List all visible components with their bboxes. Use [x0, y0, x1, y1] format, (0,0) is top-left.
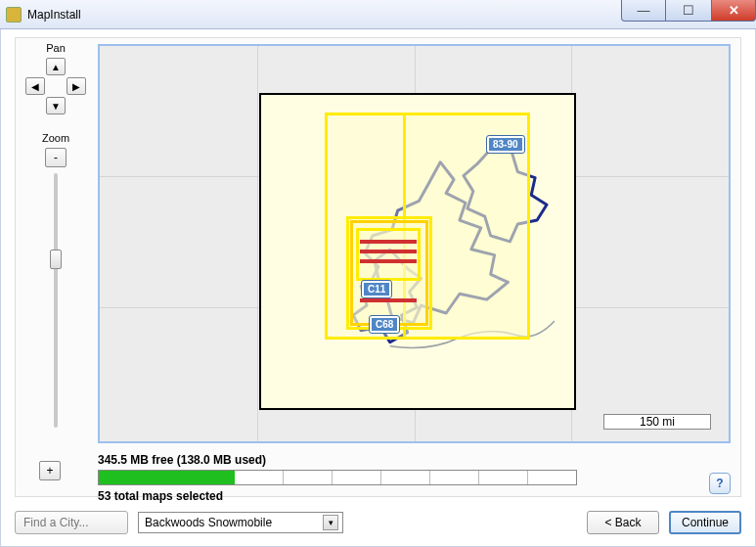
pan-right-button[interactable]: ▶	[67, 77, 86, 95]
scale-bar: 150 mi	[603, 414, 711, 430]
zoom-out-label: -	[54, 151, 58, 164]
minimize-button[interactable]: —	[621, 0, 666, 22]
pan-left-button[interactable]: ◀	[25, 77, 45, 95]
pan-pad: ▲ ◀ ▶ ▼	[25, 58, 86, 124]
back-button[interactable]: < Back	[587, 511, 659, 534]
pan-down-button[interactable]: ▼	[46, 97, 66, 114]
chevron-down-icon: ▾	[323, 515, 338, 530]
storage-used-segment	[99, 471, 235, 484]
product-dropdown[interactable]: Backwoods Snowmobile ▾	[138, 512, 343, 533]
add-button[interactable]: +	[39, 461, 61, 480]
left-controls: Pan ▲ ◀ ▶ ▼ Zoom - +	[22, 42, 90, 490]
scale-label: 150 mi	[640, 415, 675, 429]
client-area: Pan ▲ ◀ ▶ ▼ Zoom - +	[0, 29, 756, 547]
map-highlight	[360, 240, 417, 244]
zoom-slider-track[interactable]	[54, 173, 58, 428]
storage-free-text: 345.5 MB free (138.0 MB used)	[98, 453, 731, 467]
add-label: +	[46, 464, 53, 478]
close-button[interactable]: ✕	[711, 0, 756, 22]
continue-button[interactable]: Continue	[669, 511, 741, 534]
map-highlight	[360, 259, 417, 263]
dropdown-value: Backwoods Snowmobile	[145, 516, 272, 529]
pan-up-button[interactable]: ▲	[46, 58, 66, 75]
find-city-button[interactable]: Find a City...	[15, 511, 128, 534]
map-highlight	[360, 298, 417, 302]
map-tile-label[interactable]: 83-90	[487, 136, 524, 153]
zoom-out-button[interactable]: -	[45, 148, 67, 167]
titlebar: MapInstall — ☐ ✕	[0, 0, 756, 29]
zoom-slider-thumb[interactable]	[50, 250, 62, 269]
map-tile-label[interactable]: C68	[370, 316, 399, 333]
map-viewport[interactable]: 83-90 C11 C68 150 mi	[98, 44, 731, 443]
window-title: MapInstall	[27, 8, 81, 22]
maximize-button[interactable]: ☐	[666, 0, 711, 22]
maps-selected-text: 53 total maps selected	[98, 489, 731, 503]
bottom-bar: Find a City... Backwoods Snowmobile ▾ < …	[15, 507, 741, 538]
window-controls: — ☐ ✕	[621, 0, 756, 22]
storage-bar	[98, 470, 577, 485]
map-tile-label[interactable]: C11	[362, 281, 391, 297]
map-highlight	[360, 250, 417, 253]
status-area: 345.5 MB free (138.0 MB used) 53 total m…	[98, 453, 731, 503]
pan-label: Pan	[22, 42, 90, 54]
app-icon	[6, 7, 22, 23]
selection-tile[interactable]	[356, 228, 421, 281]
zoom-label: Zoom	[22, 132, 90, 144]
help-button[interactable]: ?	[709, 473, 731, 494]
back-label: < Back	[604, 516, 641, 529]
main-panel: Pan ▲ ◀ ▶ ▼ Zoom - +	[15, 37, 741, 497]
continue-label: Continue	[682, 516, 729, 529]
find-city-label: Find a City...	[23, 516, 88, 529]
